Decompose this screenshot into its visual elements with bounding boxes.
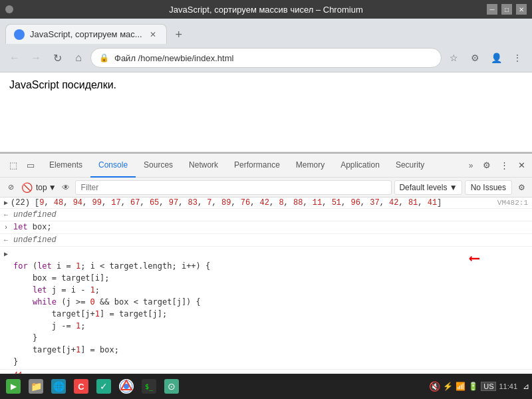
calendar-icon: C: [74, 379, 88, 394]
chromium-button[interactable]: [116, 376, 137, 397]
sound-icon[interactable]: 🔇: [429, 381, 440, 392]
battery-icon[interactable]: 🔋: [468, 382, 478, 391]
tab-console[interactable]: Console: [90, 154, 136, 178]
tab-security[interactable]: Security: [388, 154, 432, 178]
files-icon: 📁: [29, 379, 43, 394]
tab-label: JavaScript, сортируем мас...: [30, 29, 142, 39]
default-levels-label: Default levels ▼: [399, 183, 457, 192]
refresh-button[interactable]: ↻: [48, 49, 66, 67]
security-icon: 🔒: [99, 53, 109, 63]
browser-button[interactable]: 🌐: [48, 376, 69, 397]
tray-icon[interactable]: ⊿: [523, 382, 529, 391]
expand-for-icon[interactable]: ▶: [4, 249, 11, 258]
eye-icon[interactable]: 👁: [59, 181, 72, 194]
title-bar: JavaScript, сортируем массив чисел – Chr…: [0, 0, 532, 19]
default-levels-dropdown[interactable]: Default levels ▼: [394, 180, 462, 195]
network-icon[interactable]: 📶: [456, 382, 466, 391]
window-icon: [5, 5, 13, 13]
system-clock: 11:41: [499, 382, 517, 390]
address-text: Файл /home/newbie/index.html: [114, 53, 433, 63]
terminal-button[interactable]: $_: [138, 376, 160, 397]
extension-icon[interactable]: ⚙: [466, 49, 484, 67]
start-menu-button[interactable]: ▶: [3, 376, 24, 397]
array-content: (22) [9, 48, 94, 99, 17, 67, 65, 97, 83,…: [11, 198, 442, 207]
nav-bar: ← → ↻ ⌂ 🔒 Файл /home/newbie/index.html ☆…: [0, 44, 532, 72]
red-arrow-indicator: ⟵: [470, 249, 479, 267]
console-line-array1: ▶ (22) [9, 48, 94, 99, 17, 67, 65, 97, 8…: [0, 198, 532, 209]
console-output-inner: ▶ (22) [9, 48, 94, 99, 17, 67, 65, 97, 8…: [0, 198, 532, 399]
active-tab[interactable]: JavaScript, сортируем мас... ✕: [5, 24, 167, 44]
window-controls[interactable]: ─ □ ✕: [487, 4, 527, 15]
console-line-letbox: › let box;: [0, 221, 532, 234]
clear-console-icon[interactable]: ⊘: [4, 181, 17, 194]
console-toolbar: ⊘ 🚫 top ▼ 👁 Default levels ▼ No Issues ⚙: [0, 178, 532, 198]
tab-memory[interactable]: Memory: [288, 154, 332, 178]
profile-icon[interactable]: 👤: [487, 49, 505, 67]
app-icon: ⊙: [164, 379, 179, 394]
context-dropdown-icon: ▼: [49, 183, 57, 192]
taskbar: ▶ 📁 🌐 C ✓ $_ ⊙ 🔇 ⚡ 📶 🔋 US 11:41: [0, 374, 532, 399]
start-icon: ▶: [6, 379, 21, 394]
context-selector[interactable]: top ▼: [36, 183, 57, 192]
for-loop-code: for (let i = 1; i < target.length; i++) …: [13, 248, 210, 368]
app-button[interactable]: ⊙: [161, 376, 182, 397]
more-options-icon[interactable]: ⋮: [496, 158, 512, 174]
console-line-undefined1: ← undefined: [0, 209, 532, 221]
check-button[interactable]: ✓: [93, 376, 114, 397]
forward-button[interactable]: →: [27, 49, 45, 67]
page-content: JavaScript посиделки.: [0, 72, 532, 152]
close-devtools-icon[interactable]: ✕: [513, 158, 529, 174]
tab-performance[interactable]: Performance: [226, 154, 288, 178]
console-line-undefined2: ← undefined: [0, 234, 532, 247]
left-arrow-icon2: ←: [4, 235, 11, 244]
back-button[interactable]: ←: [5, 49, 24, 67]
devtools-right-controls: ⚙ ⋮ ✕: [479, 158, 529, 174]
no-issues-button[interactable]: No Issues: [465, 180, 512, 195]
taskbar-right: 🔇 ⚡ 📶 🔋 US 11:41 ⊿: [429, 381, 529, 392]
console-settings-icon[interactable]: ⚙: [515, 181, 528, 194]
country-flag: US: [481, 382, 496, 391]
browser-chrome: JavaScript, сортируем мас... ✕ + ← → ↻ ⌂…: [0, 19, 532, 72]
left-arrow-icon: ←: [4, 210, 11, 219]
bookmark-icon[interactable]: ☆: [444, 49, 463, 67]
device-mode-icon[interactable]: ▭: [23, 158, 39, 174]
tab-network[interactable]: Network: [181, 154, 226, 178]
devtools-panel: ⬚ ▭ Elements Console Sources Network Per…: [0, 152, 532, 399]
devtools-tabs-bar: ⬚ ▭ Elements Console Sources Network Per…: [0, 154, 532, 178]
terminal-icon: $_: [142, 379, 156, 394]
tab-sources[interactable]: Sources: [136, 154, 181, 178]
files-button[interactable]: 📁: [25, 376, 47, 397]
settings-gear-icon[interactable]: ⚙: [479, 158, 495, 174]
chromium-icon: [119, 379, 134, 394]
tab-close-button[interactable]: ✕: [148, 29, 158, 40]
check-icon: ✓: [96, 379, 111, 394]
inspect-element-icon[interactable]: ⬚: [5, 158, 21, 174]
calendar-button[interactable]: C: [70, 376, 92, 397]
menu-icon[interactable]: ⋮: [508, 49, 527, 67]
error-icon[interactable]: 🚫: [20, 181, 33, 194]
window-title: JavaScript, сортируем массив чисел – Chr…: [169, 5, 362, 15]
minimize-button[interactable]: ─: [487, 4, 497, 15]
undefined-text2: undefined: [13, 235, 528, 245]
expand-icon[interactable]: ▶: [4, 199, 8, 207]
usb-icon[interactable]: ⚡: [443, 382, 453, 391]
address-bar[interactable]: 🔒 Файл /home/newbie/index.html: [90, 48, 442, 68]
devtools-tab-list: Elements Console Sources Network Perform…: [41, 154, 463, 178]
filter-input[interactable]: [75, 180, 392, 195]
devtools-left-icons: ⬚ ▭: [3, 158, 41, 174]
new-tab-button[interactable]: +: [170, 25, 188, 44]
console-line-forloop: ▶ for (let i = 1; i < target.length; i++…: [0, 247, 532, 370]
tab-elements[interactable]: Elements: [41, 154, 90, 178]
tab-application[interactable]: Application: [332, 154, 388, 178]
code-content: let box;: [13, 223, 528, 232]
clock-time: 11:41: [499, 382, 517, 390]
tab-favicon: [14, 29, 25, 40]
page-text: JavaScript посиделки.: [9, 79, 116, 90]
more-tabs-button[interactable]: »: [463, 154, 479, 178]
home-button[interactable]: ⌂: [69, 49, 88, 67]
close-button[interactable]: ✕: [516, 4, 527, 15]
browser-icon: 🌐: [51, 379, 66, 394]
line-source: VM482:1: [497, 199, 528, 207]
maximize-button[interactable]: □: [501, 4, 512, 15]
right-arrow-icon: ›: [4, 223, 11, 231]
